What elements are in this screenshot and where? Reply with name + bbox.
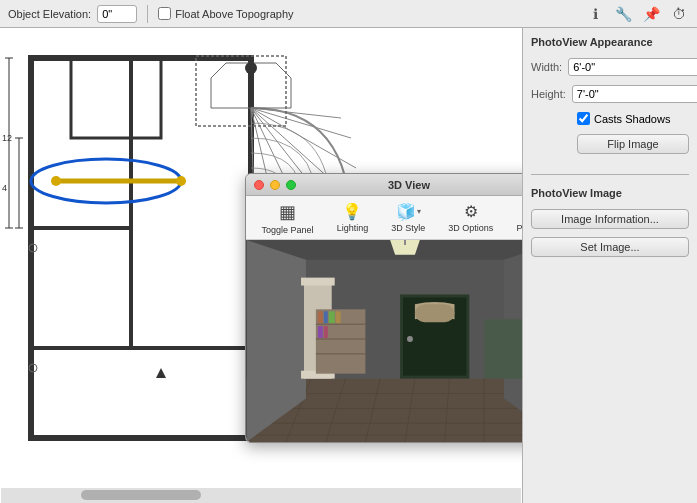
svg-rect-24 bbox=[1, 488, 521, 503]
svg-rect-52 bbox=[316, 309, 366, 373]
height-input[interactable] bbox=[572, 85, 697, 103]
viewport-svg bbox=[246, 240, 522, 442]
3d-style-button[interactable]: 🧊 ▾ 3D Style bbox=[385, 200, 431, 235]
3d-options-label: 3D Options bbox=[448, 223, 493, 233]
3d-options-icon: ⚙ bbox=[464, 202, 478, 221]
panel-divider bbox=[531, 174, 689, 175]
dim-label-12: 12 bbox=[2, 133, 12, 143]
tools-icon[interactable]: 🔧 bbox=[613, 4, 633, 24]
float-topography-group: Float Above Topography bbox=[158, 7, 293, 20]
3d-style-dropdown-arrow: ▾ bbox=[417, 207, 421, 216]
float-topography-label: Float Above Topography bbox=[175, 8, 293, 20]
info-icon[interactable]: ℹ bbox=[585, 4, 605, 24]
preview-label: Preview bbox=[516, 223, 522, 233]
svg-point-51 bbox=[407, 336, 413, 342]
preview-button[interactable]: 🏠 Preview bbox=[510, 200, 522, 235]
floorplan-canvas: 4 12 3D View ▦ Toggle Panel bbox=[0, 28, 522, 503]
svg-rect-25 bbox=[81, 490, 201, 500]
image-info-button[interactable]: Image Information... bbox=[531, 209, 689, 229]
main-area: 4 12 3D View ▦ Toggle Panel bbox=[0, 28, 697, 503]
clock-icon[interactable]: ⏱ bbox=[669, 4, 689, 24]
dim-label-4: 4 bbox=[2, 183, 7, 193]
photoview-appearance-title: PhotoView Appearance bbox=[531, 36, 689, 48]
window-titlebar: 3D View bbox=[246, 174, 522, 196]
elevation-input[interactable] bbox=[97, 5, 137, 23]
svg-rect-46 bbox=[301, 278, 335, 286]
svg-rect-57 bbox=[324, 311, 328, 323]
casts-shadows-row: Casts Shadows bbox=[531, 112, 689, 125]
svg-rect-60 bbox=[318, 326, 323, 338]
casts-shadows-label: Casts Shadows bbox=[594, 113, 670, 125]
view3d-window: 3D View ▦ Toggle Panel 💡 Lighting 🧊 bbox=[245, 173, 522, 443]
svg-rect-58 bbox=[329, 311, 335, 323]
toggle-panel-icon: ▦ bbox=[279, 201, 296, 223]
svg-rect-62 bbox=[484, 319, 522, 378]
toolbar-icons: ℹ 🔧 📌 ⏱ bbox=[585, 4, 689, 24]
photoview-image-title: PhotoView Image bbox=[531, 187, 689, 199]
3d-options-button[interactable]: ⚙ 3D Options bbox=[442, 200, 499, 235]
height-row: Height: bbox=[531, 85, 689, 103]
svg-rect-59 bbox=[336, 311, 341, 323]
flip-image-button[interactable]: Flip Image bbox=[577, 134, 689, 154]
3d-style-split: 🧊 ▾ bbox=[396, 202, 421, 221]
svg-rect-61 bbox=[324, 326, 328, 338]
window-toolbar: ▦ Toggle Panel 💡 Lighting 🧊 ▾ 3D Style bbox=[246, 196, 522, 240]
lighting-label: Lighting bbox=[337, 223, 369, 233]
elevation-label: Object Elevation: bbox=[8, 8, 91, 20]
right-panel: PhotoView Appearance Width: Height: Cast… bbox=[522, 28, 697, 503]
top-toolbar: Object Elevation: Float Above Topography… bbox=[0, 0, 697, 28]
toggle-panel-label: Toggle Panel bbox=[262, 225, 314, 235]
float-topography-checkbox[interactable] bbox=[158, 7, 171, 20]
width-row: Width: bbox=[531, 58, 689, 76]
3d-style-label: 3D Style bbox=[391, 223, 425, 233]
pin-icon[interactable]: 📌 bbox=[641, 4, 661, 24]
floorplan-area: 4 12 3D View ▦ Toggle Panel bbox=[0, 28, 522, 503]
toolbar-separator bbox=[147, 5, 148, 23]
svg-point-10 bbox=[245, 62, 257, 74]
svg-point-15 bbox=[51, 176, 61, 186]
toggle-panel-button[interactable]: ▦ Toggle Panel bbox=[256, 199, 320, 237]
svg-point-16 bbox=[176, 176, 186, 186]
casts-shadows-checkbox[interactable] bbox=[577, 112, 590, 125]
3d-style-icon: 🧊 bbox=[396, 202, 416, 221]
height-label: Height: bbox=[531, 88, 566, 100]
set-image-button[interactable]: Set Image... bbox=[531, 237, 689, 257]
viewport-3d bbox=[246, 240, 522, 442]
svg-rect-56 bbox=[318, 311, 323, 323]
window-title: 3D View bbox=[262, 179, 522, 191]
width-input[interactable] bbox=[568, 58, 697, 76]
lighting-icon: 💡 bbox=[342, 202, 362, 221]
svg-rect-50 bbox=[415, 304, 455, 322]
width-label: Width: bbox=[531, 61, 562, 73]
lighting-button[interactable]: 💡 Lighting bbox=[331, 200, 375, 235]
